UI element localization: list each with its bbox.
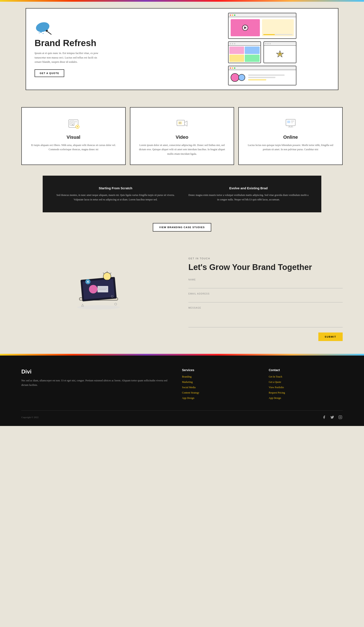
browser-mock-3: [263, 41, 296, 63]
hero-title: Brand Refresh: [35, 38, 178, 48]
service-desc-online: Luctus lectus non quisque turpis bibendu…: [245, 143, 336, 152]
footer-contact-col: Contact Get In Touch Get a Quote View Po…: [269, 368, 343, 402]
hero-card: Brand Refresh Ipsum at et quis nunc in. …: [26, 8, 338, 90]
svg-point-38: [103, 272, 111, 280]
services-section: Visual Et turpis aliquam orci libero. Ni…: [0, 97, 364, 176]
contact-form: GET IN TOUCH Let's Grow Your Brand Toget…: [188, 253, 343, 341]
svg-rect-26: [291, 122, 293, 123]
svg-marker-17: [185, 121, 187, 126]
services-grid: Visual Et turpis aliquam orci libero. Ni…: [21, 107, 343, 165]
browser-mock-4: [228, 66, 296, 85]
footer-brand-desc: Nec sed ac diam, ullamcorper est non. Ut…: [21, 378, 169, 388]
svg-rect-39: [105, 280, 108, 281]
email-label: EMAIL ADDRESS: [188, 293, 343, 295]
svg-rect-32: [98, 286, 108, 292]
copyright-text: Copyright © 2022: [21, 416, 38, 418]
svg-rect-13: [75, 122, 77, 123]
dark-col-2-desc: Donec magna enim mauris tortor a volutpa…: [188, 193, 309, 202]
footer-brand-name: Divi: [21, 368, 169, 375]
browser-mock-2: [228, 41, 261, 63]
name-input[interactable]: [188, 282, 343, 288]
svg-point-10: [71, 122, 73, 124]
submit-wrap: SUBMIT: [188, 332, 343, 341]
footer-link-branding[interactable]: Branding: [182, 375, 256, 378]
hero-left: Brand Refresh Ipsum at et quis nunc in. …: [26, 8, 186, 90]
footer-services-col: Services Branding Marketing Social Media…: [182, 368, 256, 402]
message-field-wrap: MESSAGE: [188, 307, 343, 328]
brush-icon: [35, 21, 178, 36]
footer-brand-col: Divi Nec sed ac diam, ullamcorper est no…: [21, 368, 169, 402]
svg-line-42: [110, 273, 111, 274]
dark-col-1-desc: Sed rhoncus montes, in nunc amet neque a…: [55, 193, 176, 202]
facebook-icon[interactable]: [322, 415, 326, 419]
footer-link-view-portfolio[interactable]: View Portfolio: [269, 386, 343, 389]
social-icons: [322, 415, 343, 419]
hero-right-illustrations: [186, 8, 338, 90]
footer-link-get-in-touch[interactable]: Get In Touch: [269, 375, 343, 378]
footer-link-request-pricing[interactable]: Request Pricing: [269, 391, 343, 394]
case-studies-wrap: VIEW BRANDING CASE STUDIES: [0, 214, 364, 240]
message-input[interactable]: [188, 310, 343, 327]
svg-rect-9: [70, 121, 74, 125]
service-desc-visual: Et turpis aliquam orci libero. Nibh urna…: [28, 143, 119, 152]
footer-link-social-media[interactable]: Social Media: [182, 386, 256, 389]
dark-col-1-title: Starting From Scratch: [55, 186, 176, 190]
svg-point-3: [40, 32, 42, 33]
footer-link-marketing[interactable]: Marketing: [182, 380, 256, 384]
footer-grid: Divi Nec sed ac diam, ullamcorper est no…: [21, 368, 343, 402]
contact-section: GET IN TOUCH Let's Grow Your Brand Toget…: [0, 240, 364, 354]
svg-point-4: [43, 33, 44, 34]
dark-col-2-title: Evolve and Existing Brad: [188, 186, 309, 190]
dark-col-2: Evolve and Existing Brad Donec magna eni…: [188, 186, 309, 202]
submit-button[interactable]: SUBMIT: [318, 332, 343, 341]
footer-contact-title: Contact: [269, 368, 343, 372]
hero-section: Brand Refresh Ipsum at et quis nunc in. …: [0, 2, 364, 97]
hero-description: Ipsum at et quis nunc in. Est tempus fac…: [35, 51, 103, 64]
service-title-online: Online: [283, 134, 298, 140]
footer-link-get-a-quote[interactable]: Get a Quote: [269, 380, 343, 384]
svg-point-15: [77, 126, 78, 127]
svg-rect-12: [75, 121, 77, 122]
top-gradient-bar: [0, 0, 364, 2]
svg-rect-24: [287, 121, 290, 123]
instagram-icon[interactable]: [338, 415, 343, 419]
service-card-visual: Visual Et turpis aliquam orci libero. Ni…: [21, 107, 126, 165]
footer-link-app-design-services[interactable]: App Design: [182, 397, 256, 400]
name-label: NAME: [188, 278, 343, 281]
svg-rect-25: [291, 121, 294, 122]
footer-bottom: Copyright © 2022: [21, 410, 343, 419]
svg-point-5: [39, 32, 40, 33]
service-title-video: Video: [176, 134, 188, 140]
play-button-icon: [242, 25, 248, 31]
service-title-visual: Visual: [67, 134, 80, 140]
footer-services-title: Services: [182, 368, 256, 372]
service-card-video: Video Lorem ipsum dolor sit amet, consec…: [130, 107, 234, 165]
name-field-wrap: NAME: [188, 278, 343, 288]
service-card-online: Online Luctus lectus non quisque turpis …: [238, 107, 343, 165]
footer-link-content-strategy[interactable]: Content Strategy: [182, 391, 256, 394]
footer-link-app-design-contact[interactable]: App Design: [269, 397, 343, 400]
svg-point-31: [89, 285, 98, 293]
svg-point-27: [77, 305, 120, 310]
hero-cta-button[interactable]: GET A QUOTE: [35, 69, 64, 77]
case-studies-button[interactable]: VIEW BRANDING CASE STUDIES: [153, 223, 211, 232]
twitter-icon[interactable]: [330, 415, 335, 419]
dark-section: Starting From Scratch Sed rhoncus montes…: [43, 176, 321, 212]
contact-eyebrow: GET IN TOUCH: [188, 257, 343, 260]
footer-gradient-bar: [0, 354, 364, 356]
dark-section-wrapper: Starting From Scratch Sed rhoncus montes…: [0, 176, 364, 214]
svg-rect-47: [339, 416, 342, 419]
video-icon: [174, 116, 190, 131]
svg-line-41: [103, 273, 104, 274]
svg-point-44: [115, 303, 117, 305]
footer: Divi Nec sed ac diam, ullamcorper est no…: [0, 356, 364, 426]
email-field-wrap: EMAIL ADDRESS: [188, 293, 343, 302]
browser-mock-1: [228, 13, 296, 39]
message-label: MESSAGE: [188, 307, 343, 309]
service-desc-video: Lorem ipsum dolor sit amet, consectetur …: [137, 143, 227, 156]
online-icon: [283, 116, 298, 131]
email-input[interactable]: [188, 296, 343, 302]
svg-point-0: [35, 21, 50, 33]
contact-title: Let's Grow Your Brand Together: [188, 263, 343, 272]
visual-icon: [66, 116, 81, 131]
